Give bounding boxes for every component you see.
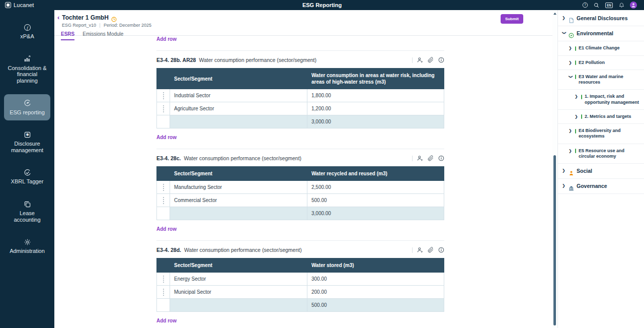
sidebar-item-label: Disclosure management (7, 141, 47, 153)
icon-divider (412, 247, 413, 253)
tree-item-e1-climate-change[interactable]: ❯ E1 Climate Change (558, 41, 644, 55)
column-header: Sector/Segment (170, 258, 307, 273)
tree-item-label: General Disclosures (577, 15, 628, 22)
esrs-topic-tree: ❯ General Disclosures ❯ Environmental ❯ … (557, 10, 644, 328)
tree-item-label: E4 Biodiversity and ecosystems (579, 128, 641, 140)
tree-item-e4-biodiversity[interactable]: ❯ E4 Biodiversity and ecosystems (558, 124, 644, 144)
scroll-up-arrow-icon[interactable] (553, 13, 556, 15)
sector-cell[interactable]: Manufacturing Sector (170, 181, 307, 194)
person-icon (569, 168, 574, 174)
tab-esrs[interactable]: ESRS (61, 31, 74, 40)
add-row-link[interactable]: Add row (156, 135, 177, 140)
environment-leaf-icon (569, 31, 574, 36)
icon-divider (412, 156, 413, 161)
sector-cell[interactable]: Industrial Sector (170, 89, 307, 102)
tree-item-e3-metrics-targets[interactable]: ❯ 2. Metrics and targets (558, 110, 644, 124)
info-icon[interactable] (438, 247, 444, 253)
language-selector[interactable]: EN (605, 3, 613, 8)
column-header: Water consumption in areas at water risk… (307, 69, 444, 89)
value-cell[interactable]: 200.00 (307, 286, 444, 299)
sector-cell[interactable]: Agriculture Sector (170, 102, 307, 115)
drag-handle[interactable] (157, 273, 170, 286)
report-name: ESG Report_v10 (62, 23, 96, 28)
main-area: ‹ Tochter 1 GmbH ESG Report_v10 Period: … (54, 10, 552, 328)
drag-handle[interactable] (157, 89, 170, 102)
sidebar-item-esg-reporting[interactable]: ESG reporting (4, 94, 50, 121)
column-header: Water stored (m3) (307, 258, 444, 273)
tree-item-e5-resource-use[interactable]: ❯ E5 Resource use and circular economy (558, 144, 644, 164)
sidebar-item-consolidation[interactable]: Consolidation & financial planning (4, 50, 50, 89)
drag-column-header (157, 167, 170, 181)
datapoint-label: Water consumption performance (sector/se… (199, 57, 321, 63)
avatar[interactable] (630, 2, 637, 9)
sidebar-item-label: XBRL Tagger (11, 178, 44, 185)
water-recycled-table: Sector/Segment Water recycled and reused… (156, 166, 444, 220)
search-icon[interactable] (594, 2, 600, 8)
sidebar-item-xbrl-tagger[interactable]: XBRL Tagger (4, 163, 50, 190)
table-row: Energy Sector 300.00 (157, 273, 444, 286)
assign-user-icon[interactable] (417, 155, 423, 161)
table-row: Commercial Sector 500.00 (157, 194, 444, 207)
bell-icon[interactable] (618, 2, 624, 8)
value-cell[interactable]: 500.00 (307, 194, 444, 207)
tree-item-label: E3 Water and marine resources (579, 74, 641, 86)
drag-handle-icon (158, 197, 169, 204)
function-icon: f (23, 23, 31, 31)
drag-handle[interactable] (157, 194, 170, 207)
datapoint-label: Water consumption performance (sector/se… (184, 155, 306, 162)
document-icon (569, 16, 574, 21)
sector-cell[interactable]: Energy Sector (170, 273, 307, 286)
sidebar-item-lease-accounting[interactable]: Lease accounting (4, 195, 50, 228)
tree-item-e3-impact-risk[interactable]: ❯ 1. Impact, risk and opportunity manage… (558, 90, 644, 110)
tree-item-e2-pollution[interactable]: ❯ E2 Pollution (558, 56, 644, 70)
brand-name: Lucanet (14, 2, 34, 8)
value-cell[interactable]: 1,800.00 (307, 89, 444, 102)
tree-item-label: Environmental (577, 30, 613, 37)
tree-item-label: 1. Impact, risk and opportunity manageme… (585, 94, 641, 105)
sector-cell[interactable]: Commercial Sector (170, 194, 307, 207)
info-icon[interactable] (438, 155, 444, 161)
column-header: Water recycled and reused (m3) (307, 167, 444, 181)
value-cell[interactable]: 2,500.00 (307, 181, 444, 194)
tab-emissions-module[interactable]: Emissions Module (83, 31, 123, 40)
sector-cell[interactable]: Municipal Sector (170, 286, 307, 299)
sidebar-item-disclosure-management[interactable]: ✱ Disclosure management (4, 125, 50, 158)
sidebar-item-xpa[interactable]: f xP&A (4, 18, 50, 45)
drag-handle[interactable] (157, 286, 170, 299)
attachment-icon[interactable] (428, 247, 434, 253)
add-row-link[interactable]: Add row (156, 226, 177, 232)
tree-item-governance[interactable]: ❯ Governance (558, 179, 644, 194)
datapoint-code: E3-4. 28c. (156, 155, 181, 162)
assign-user-icon[interactable] (417, 247, 423, 253)
tree-item-social[interactable]: ❯ Social (558, 164, 644, 179)
back-button[interactable]: ‹ (57, 15, 59, 20)
drag-handle-icon (158, 289, 169, 296)
sidebar-item-administration[interactable]: Administration (4, 233, 50, 259)
tree-item-general-disclosures[interactable]: ❯ General Disclosures (558, 11, 644, 26)
drag-handle-icon (158, 92, 169, 99)
left-sidebar: f xP&A Consolidation & financial plannin… (0, 10, 54, 328)
tree-item-environmental[interactable]: ❯ Environmental (558, 26, 644, 41)
green-bar-icon (581, 114, 582, 119)
scrollbar-thumb[interactable] (553, 155, 556, 325)
assign-user-icon[interactable] (417, 57, 423, 63)
drag-handle[interactable] (157, 181, 170, 194)
value-cell[interactable]: 300.00 (307, 273, 444, 286)
tree-item-e3-water-marine[interactable]: ❯ E3 Water and marine resources (558, 70, 644, 90)
submit-button[interactable]: Submit (501, 14, 523, 24)
vertical-scrollbar[interactable] (552, 10, 557, 328)
attachment-icon[interactable] (428, 155, 434, 161)
sidebar-item-label: xP&A (20, 33, 34, 40)
add-row-link[interactable]: Add row (156, 318, 177, 323)
attachment-icon[interactable] (428, 57, 434, 63)
total-cell: 3,000.00 (307, 207, 444, 220)
chevron-right-icon: ❯ (569, 149, 573, 154)
total-row: 500.00 (157, 299, 444, 312)
value-cell[interactable]: 1,200.00 (307, 102, 444, 115)
tab-bar: ESRS Emissions Module (54, 28, 552, 40)
column-header: Sector/Segment (170, 69, 307, 89)
info-icon[interactable] (438, 57, 444, 63)
drag-handle[interactable] (157, 102, 170, 115)
help-icon[interactable]: ? (582, 2, 588, 8)
svg-text:✱: ✱ (26, 133, 29, 137)
